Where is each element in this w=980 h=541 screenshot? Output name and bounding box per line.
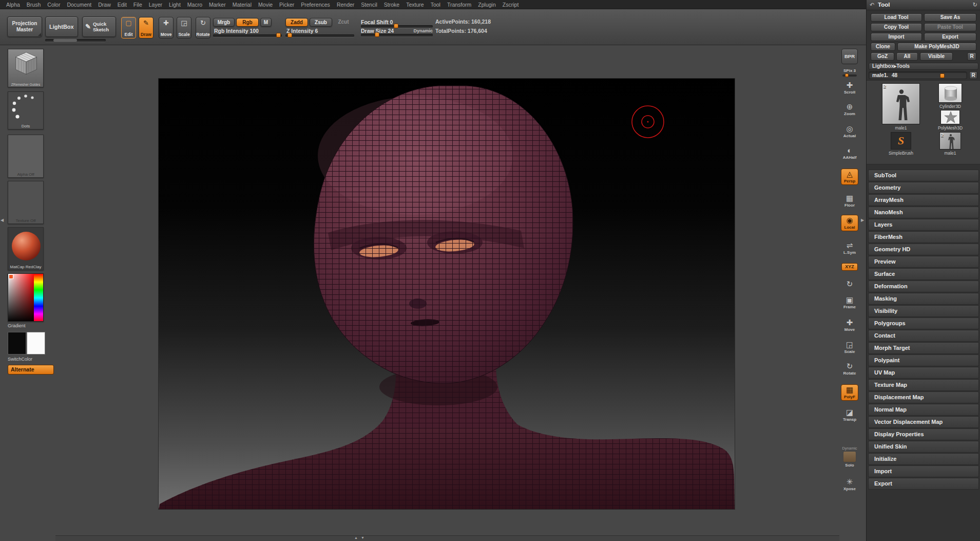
import-button[interactable]: Import bbox=[871, 33, 922, 41]
tool-section-displacement-map[interactable]: Displacement Map bbox=[868, 391, 979, 403]
menu-item-color[interactable]: Color bbox=[47, 2, 60, 8]
tool-section-import[interactable]: Import bbox=[868, 465, 979, 477]
tool-section-initialize[interactable]: Initialize bbox=[868, 453, 979, 465]
floor-button[interactable]: ▦ Floor bbox=[839, 194, 860, 208]
export-button[interactable]: Export bbox=[924, 33, 976, 41]
shelf-scroll-button[interactable]: ✚ Scroll bbox=[839, 81, 860, 95]
move-mode-button[interactable]: ✚ Move bbox=[159, 17, 174, 39]
copy-tool-button[interactable]: Copy Tool bbox=[871, 23, 922, 31]
tool-section-arraymesh[interactable]: ArrayMesh bbox=[868, 194, 979, 206]
alternate-button[interactable]: Alternate bbox=[8, 365, 54, 375]
menu-item-layer[interactable]: Layer bbox=[149, 2, 162, 8]
right-divider-icon[interactable]: ▶ bbox=[861, 218, 864, 222]
secondary-color-swatch[interactable] bbox=[27, 332, 45, 355]
tool-section-layers[interactable]: Layers bbox=[868, 219, 979, 231]
tool-section-normal-map[interactable]: Normal Map bbox=[868, 404, 979, 416]
clone-button[interactable]: Clone bbox=[871, 43, 895, 51]
edit-mode-button[interactable]: ▢ Edit bbox=[121, 17, 136, 39]
rgb-intensity-slider[interactable] bbox=[213, 34, 282, 37]
tool-section-export[interactable]: Export bbox=[868, 478, 979, 490]
tool-section-uv-map[interactable]: UV Map bbox=[868, 367, 979, 379]
shelf-rotate-button[interactable]: ↻ Rotate bbox=[839, 362, 860, 376]
menu-item-file[interactable]: File bbox=[133, 2, 142, 8]
spix-groove[interactable] bbox=[842, 74, 857, 77]
tool-section-display-properties[interactable]: Display Properties bbox=[868, 428, 979, 440]
tool-section-surface[interactable]: Surface bbox=[868, 268, 979, 280]
tool-slider-r-button[interactable]: R bbox=[969, 71, 977, 79]
xpose-button[interactable]: ✳ Xpose bbox=[839, 478, 860, 491]
lightbox-tools-bar[interactable]: Lightbox▸Tools bbox=[869, 63, 978, 70]
local-button[interactable]: ◉ Local bbox=[841, 215, 858, 231]
tool-section-geometry[interactable]: Geometry bbox=[868, 182, 979, 194]
shelf-aahalf-button[interactable]: ◐ AAHalf bbox=[839, 146, 860, 160]
shelf-zoom-button[interactable]: ⊕ Zoom bbox=[839, 103, 860, 116]
sculpt-model[interactable] bbox=[159, 79, 735, 509]
draw-size-slider[interactable] bbox=[361, 34, 433, 36]
bottom-scrollbar[interactable] bbox=[55, 535, 839, 541]
tool-section-polypaint[interactable]: Polypaint bbox=[868, 355, 979, 366]
tool-section-visibility[interactable]: Visibility bbox=[868, 305, 979, 317]
rotate-mode-button[interactable]: ↻ Rotate bbox=[196, 17, 210, 39]
goz-all-button[interactable]: All bbox=[896, 52, 918, 61]
menu-item-preferences[interactable]: Preferences bbox=[301, 2, 330, 8]
tool-slider-handle[interactable] bbox=[940, 73, 945, 78]
tool-section-vector-displacement-map[interactable]: Vector Displacement Map bbox=[868, 416, 979, 428]
back-icon[interactable]: ↶ bbox=[870, 2, 874, 8]
rgb-button[interactable]: Rgb bbox=[236, 18, 259, 27]
bpr-button[interactable]: BPR bbox=[839, 49, 860, 64]
projection-master-button[interactable]: Projection Master bbox=[7, 16, 42, 37]
shelf-scroll-handle[interactable] bbox=[53, 39, 77, 42]
persp-button[interactable]: ◬ Persp bbox=[841, 169, 858, 185]
shelf-scroll-slider[interactable] bbox=[45, 39, 106, 42]
menu-item-macro[interactable]: Macro bbox=[187, 2, 202, 8]
polymesh3d-thumb[interactable] bbox=[940, 110, 960, 124]
tool-section-fibermesh[interactable]: FiberMesh bbox=[868, 231, 979, 243]
menu-item-stroke[interactable]: Stroke bbox=[384, 2, 399, 8]
spix-slider[interactable]: SPix 3 bbox=[839, 68, 860, 77]
tool-section-unified-skin[interactable]: Unified Skin bbox=[868, 441, 979, 453]
menu-item-brush[interactable]: Brush bbox=[27, 2, 41, 8]
matcap-redclay-thumb[interactable]: MatCap RedClay bbox=[8, 227, 44, 270]
lightbox-button[interactable]: LightBox bbox=[45, 16, 78, 37]
solo-button[interactable]: Dynamic Solo bbox=[839, 446, 860, 468]
menu-item-material[interactable]: Material bbox=[233, 2, 252, 8]
simplebrush-thumb[interactable]: S bbox=[891, 132, 911, 150]
lsym-button[interactable]: ⇌ L.Sym bbox=[839, 241, 860, 255]
menu-item-transform[interactable]: Transform bbox=[447, 2, 471, 8]
focal-shift-slider-handle[interactable] bbox=[394, 24, 398, 28]
polyf-button[interactable]: ▦ PolyF bbox=[841, 384, 858, 401]
zadd-button[interactable]: Zadd bbox=[285, 18, 308, 27]
stroke-dots-thumb[interactable]: Dots bbox=[8, 91, 44, 129]
menu-item-movie[interactable]: Movie bbox=[258, 2, 273, 8]
tool-section-nanomesh[interactable]: NanoMesh bbox=[868, 207, 979, 218]
switch-color[interactable] bbox=[8, 332, 46, 355]
color-picker-hue[interactable] bbox=[34, 274, 43, 322]
scroll-down-icon[interactable]: ▼ bbox=[361, 536, 364, 539]
document-canvas[interactable] bbox=[158, 78, 735, 510]
recent-tool-thumb[interactable]: 2 bbox=[939, 132, 961, 150]
shelf-scale-button[interactable]: ◲ Scale bbox=[839, 341, 860, 354]
frame-button[interactable]: ▣ Frame bbox=[839, 296, 860, 309]
current-tool-thumb[interactable]: 2 bbox=[882, 83, 920, 124]
draw-mode-button[interactable]: ✎ Draw bbox=[139, 17, 153, 39]
menu-item-zscript[interactable]: Zscript bbox=[503, 2, 519, 8]
load-tool-button[interactable]: Load Tool bbox=[871, 13, 922, 22]
tool-inventory-slider[interactable]: male1. 48 bbox=[869, 71, 967, 79]
menu-item-stencil[interactable]: Stencil bbox=[361, 2, 377, 8]
alpha-off-thumb[interactable]: Alpha Off bbox=[8, 135, 44, 178]
tool-section-deformation[interactable]: Deformation bbox=[868, 281, 979, 292]
xyz-button[interactable]: XYZ bbox=[839, 263, 860, 271]
draw-size-slider-handle[interactable] bbox=[375, 32, 379, 37]
texture-off-thumb[interactable]: Texture Off bbox=[8, 181, 44, 224]
menu-item-draw[interactable]: Draw bbox=[98, 2, 111, 8]
tool-section-geometry-hd[interactable]: Geometry HD bbox=[868, 244, 979, 255]
tool-section-polygroups[interactable]: Polygroups bbox=[868, 318, 979, 329]
goz-r-button[interactable]: R bbox=[967, 52, 976, 61]
zsub-button[interactable]: Zsub bbox=[310, 18, 332, 27]
spiral-button[interactable]: ↻ bbox=[839, 280, 860, 288]
tool-section-morph-target[interactable]: Morph Target bbox=[868, 342, 979, 354]
menu-item-light[interactable]: Light bbox=[169, 2, 181, 8]
mrgb-button[interactable]: Mrgb bbox=[213, 18, 235, 27]
rgb-intensity-slider-handle[interactable] bbox=[276, 33, 281, 38]
tool-section-preview[interactable]: Preview bbox=[868, 256, 979, 268]
